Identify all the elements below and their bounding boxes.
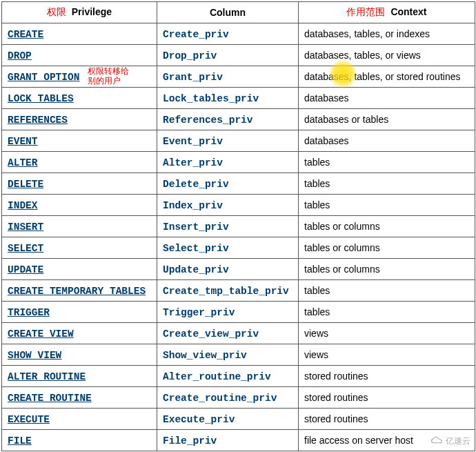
column-cell: Drop_priv: [157, 45, 299, 66]
table-row: TRIGGERTrigger_privtables: [2, 302, 475, 323]
context-value: tables: [304, 285, 330, 296]
privilege-link[interactable]: SHOW VIEW: [8, 350, 61, 361]
context-value: databases, tables, or indexes: [304, 28, 430, 39]
column-cell: References_priv: [157, 109, 299, 130]
context-value: databases: [304, 135, 349, 146]
privilege-link[interactable]: CREATE ROUTINE: [8, 393, 92, 404]
context-cell: tables or columns: [299, 259, 475, 280]
context-cell: views: [299, 344, 475, 366]
privilege-link[interactable]: EVENT: [8, 136, 38, 147]
table-row: DELETEDelete_privtables: [2, 173, 475, 195]
privilege-link[interactable]: TRIGGER: [8, 307, 50, 318]
privilege-link[interactable]: REFERENCES: [8, 115, 68, 126]
privilege-link[interactable]: ALTER ROUTINE: [8, 371, 86, 382]
table-row: ALTERAlter_privtables: [2, 152, 475, 173]
privilege-link[interactable]: FILE: [8, 435, 32, 446]
table-row: INSERTInsert_privtables or columns: [2, 216, 475, 237]
table-row: INDEXIndex_privtables: [2, 195, 475, 216]
context-cell: stored routines: [299, 366, 475, 387]
context-cell: databases: [299, 130, 475, 152]
table-row: EXECUTEExecute_privstored routines: [2, 409, 475, 430]
column-value: Create_view_priv: [163, 328, 259, 340]
table-row: CREATECreate_privdatabases, tables, or i…: [2, 23, 475, 45]
header-column: Column: [157, 2, 299, 23]
privilege-link[interactable]: DELETE: [8, 179, 43, 190]
privilege-link[interactable]: GRANT OPTION: [8, 72, 79, 83]
context-cell: databases, tables, or views: [299, 45, 475, 66]
privilege-cell: ALTER: [2, 152, 157, 173]
context-cell: views: [299, 323, 475, 344]
privilege-cell: CREATE: [2, 23, 157, 45]
privilege-link[interactable]: CREATE VIEW: [8, 328, 74, 340]
column-value: Create_priv: [163, 29, 229, 40]
column-value: Lock_tables_priv: [163, 93, 259, 104]
context-value: tables or columns: [304, 264, 380, 275]
privilege-link[interactable]: SELECT: [8, 243, 43, 254]
privilege-link[interactable]: INSERT: [8, 222, 43, 233]
context-value: file access on server host: [304, 435, 413, 446]
table-row: FILEFile_privfile access on server host: [2, 430, 475, 451]
column-value: Event_priv: [163, 136, 223, 147]
table-row: CREATE ROUTINECreate_routine_privstored …: [2, 387, 475, 409]
table-row: REFERENCESReferences_privdatabases or ta…: [2, 109, 475, 130]
privilege-link[interactable]: EXECUTE: [8, 414, 50, 425]
privilege-link[interactable]: UPDATE: [8, 264, 43, 275]
column-cell: Create_view_priv: [157, 323, 299, 344]
context-value: stored routines: [304, 371, 368, 382]
table-row: EVENTEvent_privdatabases: [2, 130, 475, 152]
column-value: File_priv: [163, 435, 217, 446]
privilege-cell: DELETE: [2, 173, 157, 195]
privilege-cell: CREATE ROUTINE: [2, 387, 157, 409]
column-cell: Update_priv: [157, 259, 299, 280]
header-privilege-label: Privilege: [72, 6, 112, 17]
column-cell: Select_priv: [157, 237, 299, 259]
privilege-cell: TRIGGER: [2, 302, 157, 323]
header-context-label: Context: [390, 6, 426, 17]
context-value: tables or columns: [304, 242, 380, 253]
column-cell: Alter_routine_priv: [157, 366, 299, 387]
context-value: tables: [304, 178, 330, 189]
table-row: ALTER ROUTINEAlter_routine_privstored ro…: [2, 366, 475, 387]
column-value: Create_routine_priv: [163, 393, 277, 404]
privilege-link[interactable]: CREATE: [8, 29, 43, 40]
table-row: SELECTSelect_privtables or columns: [2, 237, 475, 259]
context-value: databases: [304, 92, 349, 104]
privilege-cell: ALTER ROUTINE: [2, 366, 157, 387]
context-value: stored routines: [304, 413, 368, 424]
context-cell: databases or tables: [299, 109, 475, 130]
context-value: tables: [304, 306, 330, 317]
column-cell: Insert_priv: [157, 216, 299, 237]
privilege-cell: FILE: [2, 430, 157, 451]
column-cell: Event_priv: [157, 130, 299, 152]
column-value: Delete_priv: [163, 179, 229, 190]
column-value: Create_tmp_table_priv: [163, 286, 289, 297]
privilege-link[interactable]: INDEX: [8, 200, 38, 211]
column-cell: Create_tmp_table_priv: [157, 280, 299, 302]
column-value: Execute_priv: [163, 414, 235, 425]
privilege-cell: GRANT OPTION: [2, 66, 157, 88]
column-cell: Alter_priv: [157, 152, 299, 173]
table-row: UPDATEUpdate_privtables or columns: [2, 259, 475, 280]
table-row: LOCK TABLESLock_tables_privdatabases: [2, 88, 475, 109]
privilege-cell: SHOW VIEW: [2, 344, 157, 366]
privilege-link[interactable]: ALTER: [8, 157, 38, 168]
column-value: References_priv: [163, 115, 253, 126]
privilege-link[interactable]: DROP: [8, 50, 32, 61]
context-value: views: [304, 349, 328, 360]
table-row: CREATE TEMPORARY TABLESCreate_tmp_table_…: [2, 280, 475, 302]
privilege-link[interactable]: LOCK TABLES: [8, 93, 74, 104]
privilege-cell: EXECUTE: [2, 409, 157, 430]
table-header-row: 权限 Privilege Column 作用范围 Context: [2, 2, 475, 23]
context-cell: databases, tables, or stored routines: [299, 66, 475, 88]
column-cell: Lock_tables_priv: [157, 88, 299, 109]
column-value: Select_priv: [163, 243, 229, 254]
column-value: Insert_priv: [163, 222, 229, 233]
context-cell: tables or columns: [299, 216, 475, 237]
column-value: Update_priv: [163, 264, 229, 275]
privilege-link[interactable]: CREATE TEMPORARY TABLES: [8, 286, 146, 297]
privilege-cell: CREATE TEMPORARY TABLES: [2, 280, 157, 302]
context-value: stored routines: [304, 392, 368, 403]
table-row: GRANT OPTIONGrant_privdatabases, tables,…: [2, 66, 475, 88]
context-value: databases, tables, or views: [304, 50, 421, 61]
header-privilege: 权限 Privilege: [2, 2, 157, 23]
